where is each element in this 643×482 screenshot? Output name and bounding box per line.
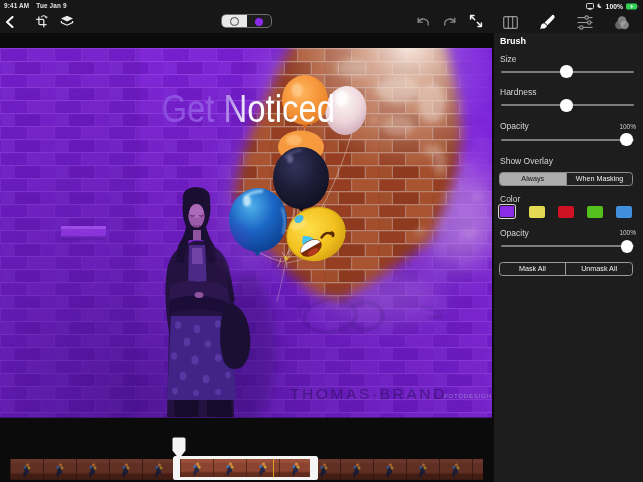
svg-text:Get Noticed: Get Noticed bbox=[162, 87, 336, 130]
